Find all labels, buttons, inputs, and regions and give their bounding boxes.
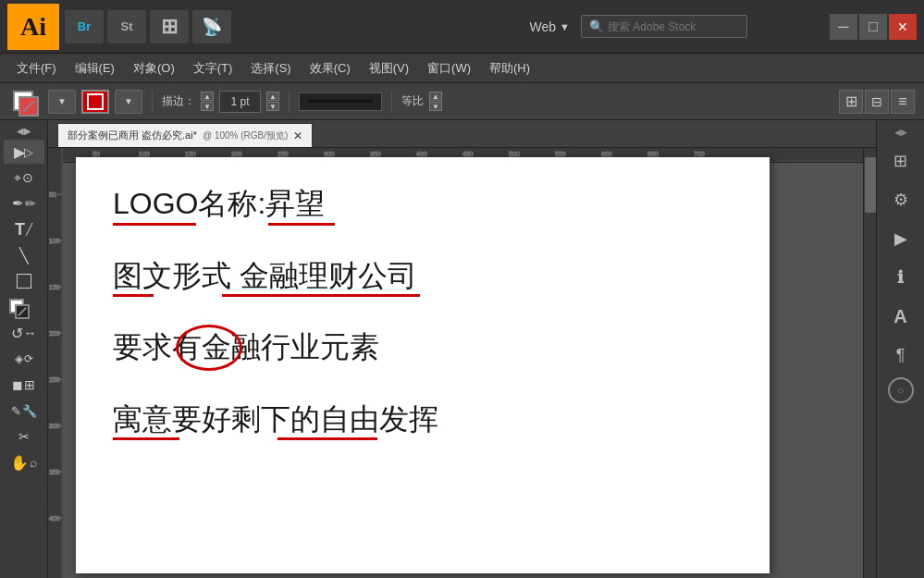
align-distribute-btn[interactable]: ⊟: [865, 90, 889, 114]
document-tab[interactable]: 部分案例已商用 盗仿必究.ai* @ 100% (RGB/预览) ✕: [57, 123, 313, 147]
main-area: ◀▶ ▶ ▷ ⌖ ⊙ ✒ ✏ T ╱ ╲: [0, 120, 924, 578]
minimize-button[interactable]: ─: [830, 14, 857, 40]
tab-bar: 部分案例已商用 盗仿必究.ai* @ 100% (RGB/预览) ✕: [48, 120, 876, 148]
svg-text:100: 100: [49, 238, 60, 244]
align-more-btn[interactable]: ≡: [891, 90, 915, 114]
stroke-up[interactable]: ▲: [201, 92, 214, 101]
stroke-label: 描边：: [162, 93, 195, 109]
separator-3: [391, 91, 392, 113]
restore-button[interactable]: □: [859, 14, 887, 40]
tab-close-btn[interactable]: ✕: [293, 129, 302, 142]
svg-text:500: 500: [509, 151, 520, 157]
line-tool[interactable]: ╲: [4, 243, 44, 267]
lasso-tool[interactable]: ⌖ ⊙: [4, 166, 44, 190]
stroke-color-btn[interactable]: [81, 90, 109, 114]
fill-stroke-icon[interactable]: [9, 87, 43, 117]
v-scrollbar[interactable]: [863, 148, 876, 578]
underline-ziyou: [277, 437, 377, 440]
ai-logo: Ai: [7, 4, 59, 50]
svg-text:250: 250: [49, 376, 60, 383]
menu-bar: 文件(F) 编辑(E) 对象(O) 文字(T) 选择(S) 效果(C) 视图(V…: [0, 54, 924, 83]
pt-down[interactable]: ▼: [266, 102, 279, 111]
left-toolbar: ◀▶ ▶ ▷ ⌖ ⊙ ✒ ✏ T ╱ ╲: [0, 120, 48, 578]
doc-text-2: 图文形式 金融理财公司: [113, 257, 742, 296]
info-panel-btn[interactable]: ℹ: [884, 261, 918, 294]
pt-spinners: ▲ ▼: [266, 92, 279, 111]
stroke-down[interactable]: ▼: [201, 102, 214, 111]
pt-up[interactable]: ▲: [266, 92, 279, 101]
ratio-label: 等比: [401, 93, 424, 109]
type-panel-btn[interactable]: A: [884, 300, 918, 333]
stroke-line: [308, 100, 373, 103]
doc-line-3: 要求有金融行业元素: [113, 328, 742, 367]
ratio-down[interactable]: ▼: [429, 102, 442, 111]
svg-text:100: 100: [139, 151, 150, 157]
menu-effect[interactable]: 效果(C): [301, 56, 360, 80]
svg-text:650: 650: [647, 151, 659, 157]
white-canvas: LOGO名称:昇望 图文形式 金融理财公司: [76, 157, 770, 573]
align-tools: ⊞ ⊟ ≡: [839, 90, 915, 114]
shape-tool[interactable]: [4, 269, 44, 293]
doc-line-1: LOGO名称:昇望: [113, 185, 742, 224]
svg-text:450: 450: [462, 151, 474, 157]
svg-text:150: 150: [185, 151, 196, 157]
underline-form1: [113, 294, 154, 297]
broadcast-icon[interactable]: 📡: [192, 10, 231, 43]
right-collapse[interactable]: ◀▶: [893, 126, 909, 139]
stock-icon[interactable]: St: [107, 10, 146, 43]
eyedropper-tool[interactable]: ✎ 🔧: [4, 399, 44, 423]
rotate-tool[interactable]: ↺ ↔: [4, 321, 44, 345]
menu-edit[interactable]: 编辑(E): [66, 56, 124, 80]
menu-view[interactable]: 视图(V): [360, 56, 418, 80]
stroke-input[interactable]: [219, 91, 261, 113]
underline-logo: [113, 223, 196, 226]
close-button[interactable]: ✕: [889, 14, 917, 40]
menu-help[interactable]: 帮助(H): [480, 56, 539, 80]
menu-object[interactable]: 对象(O): [124, 56, 184, 80]
svg-text:200: 200: [231, 151, 242, 157]
layout-icon[interactable]: ⊞: [150, 10, 189, 43]
v-scroll-thumb[interactable]: [865, 157, 876, 213]
workspace-label: Web: [530, 19, 557, 34]
layers-panel-btn[interactable]: ⊞: [884, 144, 918, 178]
tab-filename: 部分案例已商用 盗仿必究.ai*: [68, 129, 197, 142]
hand-tool[interactable]: ✋ ⌕: [4, 450, 44, 474]
stroke-dropdown[interactable]: ▼: [115, 90, 142, 114]
menu-select[interactable]: 选择(S): [241, 56, 300, 80]
align-grid-btn[interactable]: ⊞: [839, 90, 863, 114]
search-input[interactable]: [608, 20, 746, 33]
canvas-scroll[interactable]: 50 100 150 200 250 300 350 400 450 500 5…: [48, 148, 876, 578]
title-center: Web ▼ 🔍: [448, 15, 831, 38]
menu-window[interactable]: 窗口(W): [418, 56, 480, 80]
search-icon: 🔍: [589, 19, 604, 33]
fill-stroke-tool[interactable]: [4, 295, 44, 319]
svg-text:350: 350: [49, 469, 60, 475]
gradient-tool[interactable]: ◼ ⊞: [4, 373, 44, 397]
doc-text-4: 寓意要好剩下的自由发挥: [113, 400, 742, 439]
selection-tool[interactable]: ▶ ▷: [4, 140, 44, 164]
fill-dropdown[interactable]: ▼: [48, 90, 76, 114]
paragraph-panel-btn[interactable]: ¶: [884, 338, 918, 372]
svg-text:150: 150: [49, 284, 60, 290]
extra-panel-btn[interactable]: ○: [888, 377, 914, 403]
separator-1: [152, 91, 153, 113]
svg-text:250: 250: [277, 151, 289, 157]
properties-panel-btn[interactable]: ⚙: [884, 183, 918, 216]
play-panel-btn[interactable]: ▶: [884, 222, 918, 255]
right-panel: ◀▶ ⊞ ⚙ ▶ ℹ A ¶ ○: [876, 120, 924, 578]
doc-line-4: 寓意要好剩下的自由发挥: [113, 400, 742, 439]
ratio-up[interactable]: ▲: [429, 92, 442, 101]
bridge-icon[interactable]: Br: [65, 10, 104, 43]
collapse-arrow[interactable]: ◀▶: [15, 124, 33, 138]
blend-tool[interactable]: ◈ ⟳: [4, 347, 44, 371]
workspace-selector[interactable]: Web ▼: [530, 19, 570, 34]
scissors-tool[interactable]: ✂: [4, 424, 44, 449]
menu-file[interactable]: 文件(F): [7, 56, 66, 80]
svg-text:50: 50: [49, 191, 56, 198]
menu-type[interactable]: 文字(T): [184, 56, 242, 80]
search-box[interactable]: 🔍: [581, 15, 747, 38]
window-controls: ─ □ ✕: [830, 14, 917, 40]
canvas-area: 部分案例已商用 盗仿必究.ai* @ 100% (RGB/预览) ✕ 50 10…: [48, 120, 876, 578]
type-tool[interactable]: T ╱: [4, 217, 44, 241]
pen-tool[interactable]: ✒ ✏: [4, 191, 44, 215]
